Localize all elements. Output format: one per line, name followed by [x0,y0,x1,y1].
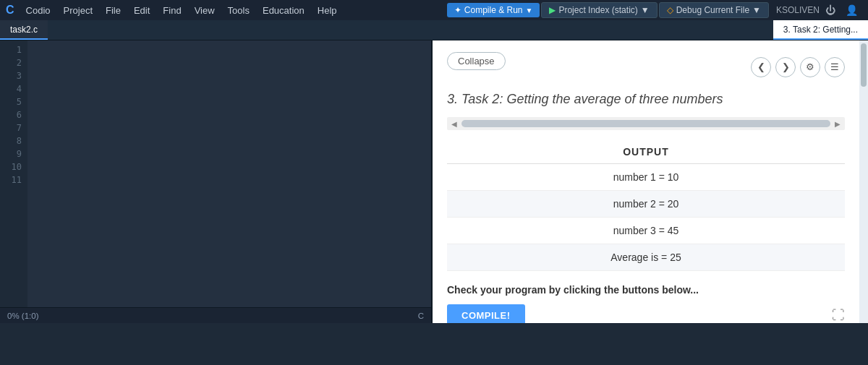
scroll-left-arrow[interactable]: ◀ [450,120,459,128]
chevron-left-icon: ❮ [757,61,765,72]
tab-bar: task2.c 3. Task 2: Getting... [0,20,868,40]
project-play-icon: ▶ [549,5,556,15]
line-num-2: 2 [0,56,22,69]
menu-view[interactable]: View [189,4,221,17]
check-program-text: Check your program by clicking the butto… [447,284,845,296]
right-content: Collapse ❮ ❯ ⚙ ☰ [433,40,859,323]
menu-education[interactable]: Education [257,4,310,17]
right-controls-row: Collapse ❮ ❯ ⚙ ☰ [447,52,845,82]
right-panel: Collapse ❮ ❯ ⚙ ☰ [433,40,859,323]
scroll-right-arrow[interactable]: ▶ [833,120,842,128]
compile-dropdown-arrow: ▼ [526,7,533,14]
output-header: OUTPUT [447,140,845,164]
line-num-5: 5 [0,95,22,108]
table-row: number 1 = 10 [447,164,845,191]
table-row: number 3 = 45 [447,218,845,244]
user-icon[interactable]: 👤 [841,3,862,17]
power-icon[interactable]: ⏻ [821,3,840,17]
debug-icon: ◇ [667,5,673,15]
line-num-9: 9 [0,147,22,160]
menu-project[interactable]: Project [58,4,98,17]
editor-area[interactable]: 1 2 3 4 5 6 7 8 9 10 11 [0,40,431,307]
prev-button[interactable]: ❮ [751,57,771,77]
chevron-right-icon: ❯ [782,61,790,72]
debug-label: Debug Current File [676,5,749,15]
menu-file[interactable]: File [100,4,127,17]
debug-button[interactable]: ◇ Debug Current File ▼ [659,2,769,18]
code-editor[interactable] [27,40,431,307]
gear-icon: ⚙ [806,61,814,72]
status-language: C [418,312,424,320]
line-num-8: 8 [0,134,22,147]
vscroll-thumb[interactable] [861,43,867,87]
fullscreen-icon[interactable]: ⛶ [832,308,845,323]
status-position: 0% (1:0) [7,312,38,320]
editor-panel: 1 2 3 4 5 6 7 8 9 10 11 0% (1:0) C [0,40,433,323]
app-logo: C [6,4,14,17]
compile-btn-label: COMPILE! [461,310,511,321]
project-dropdown-arrow: ▼ [641,5,650,15]
tab-right-task[interactable]: 3. Task 2: Getting... [773,20,868,40]
task-title-text: 3. Task 2: Getting the average of three … [447,92,723,106]
output-row-1: number 1 = 10 [447,164,845,191]
main-area: 1 2 3 4 5 6 7 8 9 10 11 0% (1:0) C [0,40,868,323]
table-row: number 2 = 20 [447,191,845,218]
tab-right-task-label: 3. Task 2: Getting... [783,25,858,35]
line-numbers: 1 2 3 4 5 6 7 8 9 10 11 [0,40,27,307]
tab-task2c[interactable]: task2.c [0,20,48,40]
task-title: 3. Task 2: Getting the average of three … [447,92,845,107]
menu-find[interactable]: Find [157,4,187,17]
menu-button[interactable]: ☰ [825,57,845,77]
line-num-3: 3 [0,69,22,82]
horizontal-scrollbar[interactable]: ◀ ▶ [447,117,845,130]
user-name: KSOLIVEN [776,5,820,15]
collapse-button[interactable]: Collapse [447,52,506,70]
line-num-7: 7 [0,121,22,134]
project-index-button[interactable]: ▶ Project Index (static) ▼ [541,2,657,18]
right-scrollbar[interactable] [859,40,868,323]
line-num-11: 11 [0,173,22,186]
line-num-10: 10 [0,160,22,173]
table-row: Average is = 25 [447,244,845,271]
debug-dropdown-arrow: ▼ [752,5,761,15]
collapse-label: Collapse [458,56,495,66]
right-wrapper: Collapse ❮ ❯ ⚙ ☰ [433,40,868,323]
line-num-4: 4 [0,82,22,95]
compile-run-button[interactable]: ✦ Compile & Run ▼ [447,3,540,17]
output-row-4: Average is = 25 [447,244,845,271]
menu-tools[interactable]: Tools [222,4,255,17]
menu-help[interactable]: Help [312,4,343,17]
project-index-label: Project Index (static) [558,5,637,15]
settings-button[interactable]: ⚙ [800,57,820,77]
output-row-2: number 2 = 20 [447,191,845,218]
tab-task2c-label: task2.c [10,25,38,35]
compile-run-label: Compile & Run [464,5,523,15]
output-row-3: number 3 = 45 [447,218,845,244]
next-button[interactable]: ❯ [775,57,796,77]
status-bar: 0% (1:0) C [0,307,431,323]
compile-play-icon: ✦ [454,5,461,15]
compile-button[interactable]: COMPILE! [447,304,525,323]
nav-buttons: ❮ ❯ ⚙ ☰ [751,57,845,77]
menu-codio[interactable]: Codio [20,4,56,17]
menu-edit[interactable]: Edit [128,4,156,17]
line-num-1: 1 [0,43,22,56]
line-num-6: 6 [0,108,22,121]
scroll-thumb[interactable] [461,120,830,127]
list-icon: ☰ [830,61,839,72]
menu-bar: C Codio Project File Edit Find View Tool… [0,0,868,20]
output-table: OUTPUT number 1 = 10 number 2 = 20 numbe… [447,140,845,271]
